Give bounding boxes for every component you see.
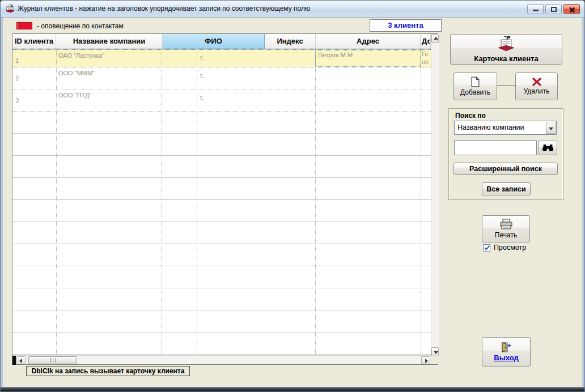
client-count-badge: 3 клиента [370,19,442,32]
search-field-combobox[interactable]: Названию компании [454,121,557,135]
combobox-value: Названию компании [457,123,524,131]
window-bottom-edge [1,387,584,391]
cell-extra-line2: не [422,58,429,65]
blank-document-icon [471,76,480,87]
empty-rows-area [12,112,431,355]
horizontal-scrollbar[interactable] [12,355,431,364]
advanced-search-label: Расширенный поиск [469,165,542,173]
print-button[interactable]: Печать [482,215,530,242]
all-records-label: Все записи [486,185,525,193]
exit-label: Выход [494,353,518,362]
header-id[interactable]: ID клиента [12,34,56,49]
table-header-row: ID клиента Название компании ФИО Индекс … [12,34,431,49]
window-controls [527,4,580,14]
grid-column-line [315,49,316,355]
grid-corner-indicator [12,356,16,365]
scrollbar-corner [431,356,439,364]
cell-fio: г, [200,94,204,101]
client-area: - оповещение по контактам 3 клиента ID к… [3,18,582,387]
maximize-icon [551,7,557,12]
exit-door-icon [500,342,512,352]
search-input[interactable] [454,140,537,155]
chevron-down-icon [549,127,553,130]
table-row[interactable]: 2 ООО "МММ" г, [12,67,431,90]
exit-button[interactable]: Выход [482,337,531,367]
cell-company: ООО "МММ" [58,70,95,76]
arrow-right-icon [425,359,428,363]
all-records-button[interactable]: Все записи [482,182,531,195]
binoculars-icon [542,143,554,152]
find-button[interactable] [539,140,557,155]
scroll-down-button[interactable] [431,347,439,356]
printer-icon [499,219,513,230]
grid-column-line [56,49,57,355]
print-label: Печать [495,231,517,239]
preview-checkbox[interactable] [483,244,490,252]
checkmark-icon [484,244,491,252]
cell-id: 1 [15,57,19,64]
arrow-down-icon [434,351,438,354]
header-address[interactable]: Адрес [316,34,421,49]
horizontal-scroll-thumb[interactable] [28,356,77,364]
header-fio-sorted[interactable]: ФИО [163,34,265,49]
client-card-label: Карточка клиента [474,54,538,63]
table-body: 1 ОАО "Ласточка" г, Петров М М Ге не 2 О… [12,49,431,355]
add-button[interactable]: Добавить [453,73,497,100]
cell-id: 2 [15,75,19,82]
cell-company: ОАО "Ласточка" [58,52,104,59]
window-title: Журнал клиентов - нажатие на заголовок у… [18,1,310,17]
dblclick-hint: DblClk на запись вызывает карточку клиен… [26,366,190,376]
table-row[interactable]: 3 ООО "ПТД" г, [12,90,431,112]
card-file-icon [494,36,518,54]
search-group-title: Поиск по [455,112,486,120]
window-frame: Журнал клиентов - нажатие на заголовок у… [0,0,585,392]
thumb-grip-icon [50,358,56,363]
advanced-search-button[interactable]: Расширенный поиск [453,163,558,175]
clients-table: ID клиента Название компании ФИО Индекс … [12,33,438,365]
delete-label: Удалить [524,87,550,95]
maximize-button[interactable] [545,4,562,14]
grid-column-line [197,49,197,355]
grid-column-line [162,49,162,355]
cell-company: ООО "ПТД" [58,92,91,99]
header-company[interactable]: Название компании [56,34,163,49]
vertical-scrollbar[interactable] [431,34,439,356]
focused-cell[interactable]: Петров М М [315,50,421,67]
header-index[interactable]: Индекс [265,34,316,49]
cell-fio: г, [200,54,204,61]
app-card-file-icon [5,4,15,14]
button-connector-line [497,86,515,86]
cell-fio: г, [200,72,204,79]
contact-alert-label: - оповещение по контактам [37,22,124,30]
scroll-right-button[interactable] [421,356,430,364]
delete-button[interactable]: Удалить [515,73,558,100]
cell-address: Петров М М [318,52,353,58]
minimize-icon [533,10,539,11]
preview-checkbox-label: Просмотр [494,244,526,252]
application-window: Журнал клиентов - нажатие на заголовок у… [0,0,585,392]
add-label: Добавить [460,88,490,96]
combobox-dropdown-button[interactable] [546,122,556,134]
table-row-selected[interactable]: 1 ОАО "Ласточка" г, Петров М М Ге не [12,49,431,67]
client-card-button[interactable]: Карточка клиента [450,34,562,65]
scroll-left-button[interactable] [16,356,26,364]
titlebar: Журнал клиентов - нажатие на заголовок у… [1,1,584,18]
cell-extra-line1: Ге [422,50,428,57]
red-cross-icon [532,78,542,86]
close-button[interactable] [563,4,580,14]
grid-column-line [421,49,421,355]
scroll-up-button[interactable] [431,34,439,43]
cell-id: 3 [15,97,19,104]
minimize-button[interactable] [527,4,544,14]
arrow-up-icon [434,37,438,40]
header-position[interactable]: Дол [421,34,431,49]
arrow-left-icon [19,359,22,363]
contact-alert-swatch [16,22,32,29]
